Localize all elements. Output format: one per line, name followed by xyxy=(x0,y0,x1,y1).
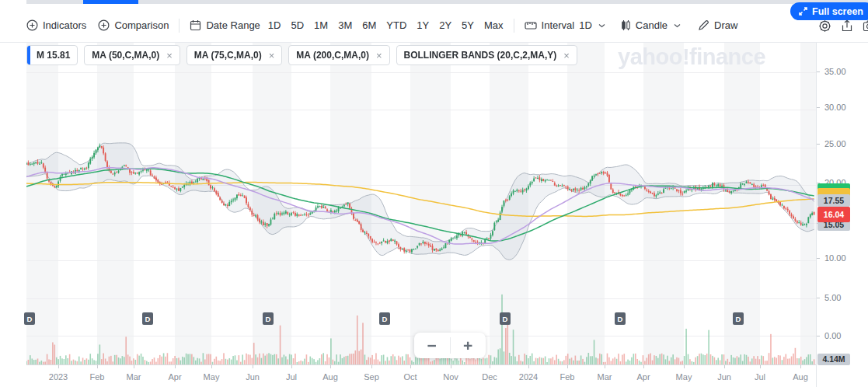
symbol-price-tag[interactable]: M 15.81 xyxy=(26,45,78,65)
x-axis-label: Apr xyxy=(168,372,181,382)
x-axis-label: May xyxy=(204,372,220,382)
x-axis-label: Apr xyxy=(636,372,650,382)
y-axis-tick xyxy=(817,144,820,145)
last-price-label: 16.04 xyxy=(817,207,850,222)
y-axis-tick xyxy=(817,298,820,298)
chart-toolbar: Indicators Comparison Date Range 1D5D1M3… xyxy=(0,9,868,43)
settings-gear-icon[interactable] xyxy=(818,19,831,33)
chart-area[interactable]: yahoo!finance M 15.81 MA (50,C,MA,0)×MA … xyxy=(0,43,868,387)
y-axis-tick xyxy=(817,336,820,336)
share-icon[interactable] xyxy=(841,19,853,33)
range-button-2y[interactable]: 2Y xyxy=(439,19,451,31)
y-axis-label: 25.00 xyxy=(824,139,846,148)
range-button-5y[interactable]: 5Y xyxy=(462,19,474,31)
x-axis-tick xyxy=(97,365,98,368)
y-axis-label: 35.00 xyxy=(824,67,846,76)
dividend-marker[interactable]: D xyxy=(733,312,744,325)
x-axis-label: Jul xyxy=(286,372,297,382)
last-price-label: 17.55 xyxy=(817,194,850,207)
interval-ruler-icon xyxy=(525,20,537,31)
tab-bar-strip xyxy=(26,0,868,4)
range-button-1y[interactable]: 1Y xyxy=(417,19,429,31)
pencil-icon xyxy=(698,19,709,31)
x-axis-tick xyxy=(175,365,176,368)
x-axis-label: Aug xyxy=(322,372,338,382)
full-screen-label: Full screen xyxy=(812,6,863,17)
x-axis-tick xyxy=(605,365,605,368)
price-axis[interactable]: 35.0030.0025.0020.0015.0010.005.000.0017… xyxy=(816,43,868,387)
indicator-tag-label: MA (75,C,MA,0) xyxy=(194,50,262,61)
x-axis-tick xyxy=(567,365,568,368)
x-axis-label: Aug xyxy=(793,372,808,382)
y-axis-tick xyxy=(817,107,820,108)
y-axis-label: 30.00 xyxy=(824,103,846,112)
indicators-button[interactable]: Indicators xyxy=(26,19,86,31)
x-axis-tick xyxy=(410,365,411,368)
chart-type-label: Candle xyxy=(636,19,668,31)
dividend-marker[interactable]: D xyxy=(24,312,35,325)
chevron-down-icon xyxy=(598,23,605,28)
zoom-in-button[interactable]: + xyxy=(451,333,486,358)
draw-button[interactable]: Draw xyxy=(698,19,737,31)
y-axis-label: 0.00 xyxy=(824,331,841,340)
range-button-max[interactable]: Max xyxy=(484,19,504,31)
indicator-tag-0[interactable]: MA (50,C,MA,0)× xyxy=(84,45,180,65)
range-button-1d[interactable]: 1D xyxy=(268,19,281,31)
range-button-5d[interactable]: 5D xyxy=(291,19,304,31)
dividend-marker[interactable]: D xyxy=(615,312,626,325)
range-button-3m[interactable]: 3M xyxy=(338,19,352,31)
x-axis-label: Oct xyxy=(403,372,417,382)
full-screen-button[interactable]: Full screen xyxy=(790,2,868,20)
comparison-label: Comparison xyxy=(114,19,169,31)
zoom-out-button[interactable]: − xyxy=(414,333,450,358)
x-axis-label: Feb xyxy=(560,372,575,382)
interval-label: Interval xyxy=(542,19,575,31)
dividend-marker[interactable]: D xyxy=(142,312,153,325)
x-axis-tick xyxy=(451,365,451,368)
remove-indicator-icon[interactable]: × xyxy=(376,50,382,61)
x-axis-label: Mar xyxy=(127,372,141,382)
expand-icon xyxy=(799,7,807,16)
x-axis-tick xyxy=(330,365,331,368)
x-axis-label: Dec xyxy=(482,372,497,382)
range-button-6m[interactable]: 6M xyxy=(362,19,376,31)
dividend-marker[interactable]: D xyxy=(263,312,274,325)
toolbar-divider xyxy=(179,19,180,33)
comparison-button[interactable]: Comparison xyxy=(98,19,169,31)
date-range-label: Date Range xyxy=(206,19,260,31)
legend-tags: M 15.81 MA (50,C,MA,0)×MA (75,C,MA,0)×MA… xyxy=(26,45,577,65)
indicator-tag-1[interactable]: MA (75,C,MA,0)× xyxy=(186,45,283,65)
y-axis-label: 5.00 xyxy=(824,293,841,302)
chart-type-dropdown[interactable]: Candle xyxy=(621,19,681,31)
candle-icon xyxy=(621,19,631,31)
y-axis-tick xyxy=(817,258,820,259)
indicator-tag-label: BOLLINGER BANDS (20,C,2,MA,Y) xyxy=(404,50,557,61)
interval-dropdown[interactable]: Interval 1D xyxy=(525,19,605,31)
x-axis-label: Jul xyxy=(755,372,765,382)
x-axis-tick xyxy=(371,365,372,368)
time-axis[interactable]: 2023FebMarAprMayJunJulAugSepOctNovDec202… xyxy=(0,365,816,387)
x-axis-tick xyxy=(800,365,801,368)
range-button-1m[interactable]: 1M xyxy=(314,19,328,31)
symbol-tag-accent-bar xyxy=(27,45,30,65)
y-axis-label: 10.00 xyxy=(824,253,846,263)
dividend-marker[interactable]: D xyxy=(500,312,511,325)
zoom-controls: − + xyxy=(414,333,486,358)
plus-circle-icon xyxy=(98,19,110,31)
x-axis-tick xyxy=(253,365,253,368)
dividend-marker[interactable]: D xyxy=(379,312,390,325)
remove-indicator-icon[interactable]: × xyxy=(563,50,570,61)
chevron-down-icon xyxy=(674,23,681,28)
remove-indicator-icon[interactable]: × xyxy=(269,50,275,61)
indicator-tag-2[interactable]: MA (200,C,MA,0)× xyxy=(288,45,389,65)
x-axis-tick xyxy=(684,365,685,368)
x-axis-label: Jun xyxy=(717,372,731,382)
camera-icon[interactable] xyxy=(863,19,868,33)
range-button-ytd[interactable]: YTD xyxy=(386,19,406,31)
indicator-tag-3[interactable]: BOLLINGER BANDS (20,C,2,MA,Y)× xyxy=(396,45,577,65)
x-axis-label: 2023 xyxy=(49,372,68,382)
x-axis-tick xyxy=(58,365,59,368)
x-axis-tick xyxy=(490,365,490,368)
remove-indicator-icon[interactable]: × xyxy=(166,50,173,61)
x-axis-tick xyxy=(134,365,134,368)
